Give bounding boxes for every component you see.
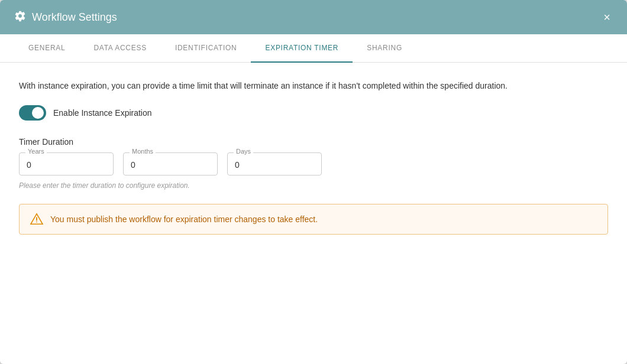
tab-expiration-timer[interactable]: EXPIRATION TIMER	[251, 34, 353, 63]
tab-content: With instance expiration, you can provid…	[0, 63, 627, 364]
workflow-settings-dialog: Workflow Settings × GENERAL DATA ACCESS …	[0, 0, 627, 364]
toggle-row: Enable Instance Expiration	[19, 105, 608, 121]
warning-text: You must publish the workflow for expira…	[50, 214, 318, 224]
months-input[interactable]	[131, 159, 210, 170]
months-label: Months	[130, 148, 156, 155]
duration-fields: Years Months Days	[19, 152, 608, 176]
toggle-thumb	[32, 107, 44, 119]
header-left: Workflow Settings	[14, 10, 117, 24]
warning-icon	[30, 213, 43, 226]
days-field-group: Days	[227, 152, 322, 176]
helper-text: Please enter the timer duration to confi…	[19, 181, 608, 190]
dialog-title: Workflow Settings	[32, 11, 117, 24]
timer-duration-label: Timer Duration	[19, 137, 608, 147]
toggle-track	[19, 105, 46, 121]
tab-identification[interactable]: IDENTIFICATION	[161, 34, 251, 63]
svg-point-0	[36, 222, 37, 223]
enable-expiration-toggle[interactable]	[19, 105, 46, 121]
tabs-bar: GENERAL DATA ACCESS IDENTIFICATION EXPIR…	[0, 34, 627, 63]
description-text: With instance expiration, you can provid…	[19, 79, 587, 92]
months-field-group: Months	[123, 152, 218, 176]
tab-general[interactable]: GENERAL	[14, 34, 79, 63]
days-label: Days	[234, 148, 253, 155]
tab-sharing[interactable]: SHARING	[353, 34, 416, 63]
dialog-header: Workflow Settings ×	[0, 0, 627, 34]
tab-data-access[interactable]: DATA ACCESS	[79, 34, 161, 63]
warning-box: You must publish the workflow for expira…	[19, 204, 608, 235]
close-button[interactable]: ×	[601, 9, 613, 25]
toggle-label: Enable Instance Expiration	[53, 108, 152, 118]
gear-icon	[14, 10, 26, 24]
days-input[interactable]	[235, 159, 314, 170]
years-input[interactable]	[27, 159, 106, 170]
years-field-group: Years	[19, 152, 114, 176]
years-label: Years	[25, 148, 47, 155]
